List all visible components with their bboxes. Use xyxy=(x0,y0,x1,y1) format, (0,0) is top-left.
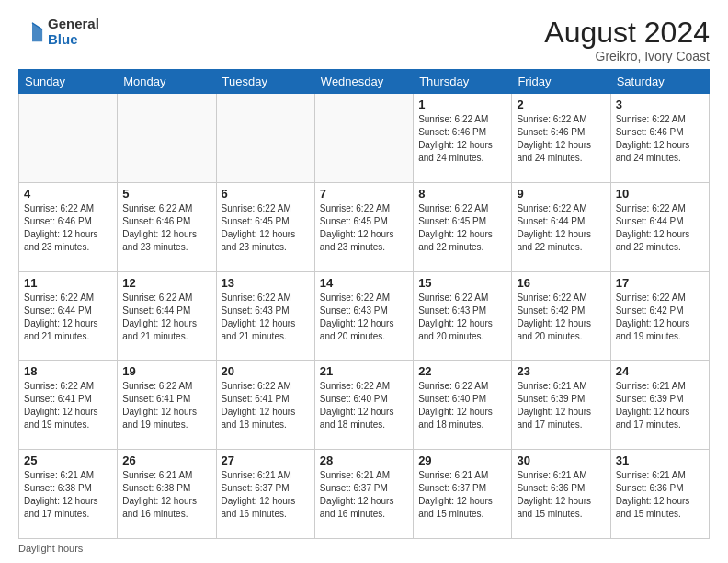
header: General Blue August 2024 Greikro, Ivory … xyxy=(18,17,710,63)
day-info: Sunrise: 6:22 AMSunset: 6:40 PMDaylight:… xyxy=(320,380,408,431)
day-number: 30 xyxy=(517,454,605,467)
calendar-cell: 4Sunrise: 6:22 AMSunset: 6:46 PMDaylight… xyxy=(19,182,118,271)
logo-general: General xyxy=(48,16,99,31)
calendar-cell: 20Sunrise: 6:22 AMSunset: 6:41 PMDayligh… xyxy=(216,361,314,450)
calendar-cell: 31Sunrise: 6:21 AMSunset: 6:36 PMDayligh… xyxy=(610,450,709,539)
day-info: Sunrise: 6:22 AMSunset: 6:42 PMDaylight:… xyxy=(616,292,704,343)
calendar-cell xyxy=(19,94,118,183)
day-number: 17 xyxy=(616,276,704,290)
calendar-cell: 7Sunrise: 6:22 AMSunset: 6:45 PMDaylight… xyxy=(314,182,413,271)
day-info: Sunrise: 6:22 AMSunset: 6:43 PMDaylight:… xyxy=(418,292,506,343)
day-info: Sunrise: 6:21 AMSunset: 6:38 PMDaylight:… xyxy=(122,469,210,521)
day-info: Sunrise: 6:22 AMSunset: 6:44 PMDaylight:… xyxy=(24,292,112,343)
day-info: Sunrise: 6:22 AMSunset: 6:45 PMDaylight:… xyxy=(418,202,506,254)
day-number: 31 xyxy=(616,454,704,467)
day-info: Sunrise: 6:22 AMSunset: 6:43 PMDaylight:… xyxy=(320,292,408,343)
calendar-cell: 17Sunrise: 6:22 AMSunset: 6:42 PMDayligh… xyxy=(610,271,709,361)
week-row-4: 18Sunrise: 6:22 AMSunset: 6:41 PMDayligh… xyxy=(19,361,710,450)
day-info: Sunrise: 6:22 AMSunset: 6:46 PMDaylight:… xyxy=(418,113,506,165)
calendar-cell: 9Sunrise: 6:22 AMSunset: 6:44 PMDaylight… xyxy=(512,182,610,271)
calendar-cell: 10Sunrise: 6:22 AMSunset: 6:44 PMDayligh… xyxy=(610,182,709,271)
day-number: 11 xyxy=(24,276,112,290)
calendar-cell: 22Sunrise: 6:22 AMSunset: 6:40 PMDayligh… xyxy=(414,361,512,450)
calendar-cell: 11Sunrise: 6:22 AMSunset: 6:44 PMDayligh… xyxy=(19,271,118,361)
footer: Daylight hours xyxy=(18,543,710,554)
day-info: Sunrise: 6:21 AMSunset: 6:36 PMDaylight:… xyxy=(616,469,704,521)
weekday-header-thursday: Thursday xyxy=(414,70,512,94)
day-info: Sunrise: 6:22 AMSunset: 6:45 PMDaylight:… xyxy=(320,202,408,254)
day-number: 18 xyxy=(24,364,112,378)
calendar-cell: 13Sunrise: 6:22 AMSunset: 6:43 PMDayligh… xyxy=(216,271,314,361)
day-number: 3 xyxy=(616,98,704,111)
svg-marker-2 xyxy=(20,22,32,41)
day-number: 6 xyxy=(222,187,310,201)
day-info: Sunrise: 6:21 AMSunset: 6:37 PMDaylight:… xyxy=(418,469,506,521)
weekday-header-friday: Friday xyxy=(512,70,610,94)
calendar-cell xyxy=(118,94,216,183)
weekday-header-saturday: Saturday xyxy=(610,70,709,94)
calendar-cell: 25Sunrise: 6:21 AMSunset: 6:38 PMDayligh… xyxy=(19,450,118,539)
daylight-label: Daylight hours xyxy=(18,543,83,554)
day-info: Sunrise: 6:22 AMSunset: 6:46 PMDaylight:… xyxy=(24,202,112,254)
day-info: Sunrise: 6:21 AMSunset: 6:39 PMDaylight:… xyxy=(616,380,704,431)
day-info: Sunrise: 6:22 AMSunset: 6:44 PMDaylight:… xyxy=(616,202,704,254)
logo-text: General Blue xyxy=(48,17,99,47)
week-row-2: 4Sunrise: 6:22 AMSunset: 6:46 PMDaylight… xyxy=(19,182,710,271)
calendar-cell: 27Sunrise: 6:21 AMSunset: 6:37 PMDayligh… xyxy=(216,450,314,539)
calendar-cell: 15Sunrise: 6:22 AMSunset: 6:43 PMDayligh… xyxy=(414,271,512,361)
weekday-header-wednesday: Wednesday xyxy=(314,70,413,94)
day-number: 28 xyxy=(320,454,408,467)
calendar-cell: 19Sunrise: 6:22 AMSunset: 6:41 PMDayligh… xyxy=(118,361,216,450)
day-info: Sunrise: 6:22 AMSunset: 6:41 PMDaylight:… xyxy=(222,380,310,431)
calendar: SundayMondayTuesdayWednesdayThursdayFrid… xyxy=(18,69,710,539)
calendar-cell: 18Sunrise: 6:22 AMSunset: 6:41 PMDayligh… xyxy=(19,361,118,450)
calendar-cell: 29Sunrise: 6:21 AMSunset: 6:37 PMDayligh… xyxy=(414,450,512,539)
logo: General Blue xyxy=(18,17,99,47)
calendar-cell: 16Sunrise: 6:22 AMSunset: 6:42 PMDayligh… xyxy=(512,271,610,361)
day-number: 5 xyxy=(122,187,210,201)
day-number: 14 xyxy=(320,276,408,290)
calendar-cell: 28Sunrise: 6:21 AMSunset: 6:37 PMDayligh… xyxy=(314,450,413,539)
day-info: Sunrise: 6:22 AMSunset: 6:41 PMDaylight:… xyxy=(24,380,112,431)
logo-icon xyxy=(18,19,44,45)
calendar-cell xyxy=(314,94,413,183)
day-info: Sunrise: 6:22 AMSunset: 6:45 PMDaylight:… xyxy=(222,202,310,254)
calendar-cell: 30Sunrise: 6:21 AMSunset: 6:36 PMDayligh… xyxy=(512,450,610,539)
day-info: Sunrise: 6:22 AMSunset: 6:44 PMDaylight:… xyxy=(517,202,605,254)
calendar-cell: 1Sunrise: 6:22 AMSunset: 6:46 PMDaylight… xyxy=(414,94,512,183)
calendar-cell: 3Sunrise: 6:22 AMSunset: 6:46 PMDaylight… xyxy=(610,94,709,183)
day-number: 12 xyxy=(122,276,210,290)
day-number: 27 xyxy=(222,454,310,467)
calendar-cell: 21Sunrise: 6:22 AMSunset: 6:40 PMDayligh… xyxy=(314,361,413,450)
day-info: Sunrise: 6:22 AMSunset: 6:43 PMDaylight:… xyxy=(222,292,310,343)
week-row-1: 1Sunrise: 6:22 AMSunset: 6:46 PMDaylight… xyxy=(19,94,710,183)
calendar-cell: 2Sunrise: 6:22 AMSunset: 6:46 PMDaylight… xyxy=(512,94,610,183)
day-number: 25 xyxy=(24,454,112,467)
day-number: 26 xyxy=(122,454,210,467)
day-number: 15 xyxy=(418,276,506,290)
day-info: Sunrise: 6:22 AMSunset: 6:40 PMDaylight:… xyxy=(418,380,506,431)
weekday-header-monday: Monday xyxy=(118,70,216,94)
day-number: 23 xyxy=(517,364,605,378)
day-info: Sunrise: 6:21 AMSunset: 6:36 PMDaylight:… xyxy=(517,469,605,521)
logo-blue: Blue xyxy=(48,31,78,47)
week-row-3: 11Sunrise: 6:22 AMSunset: 6:44 PMDayligh… xyxy=(19,271,710,361)
calendar-cell: 24Sunrise: 6:21 AMSunset: 6:39 PMDayligh… xyxy=(610,361,709,450)
page: General Blue August 2024 Greikro, Ivory … xyxy=(0,0,728,563)
day-info: Sunrise: 6:21 AMSunset: 6:39 PMDaylight:… xyxy=(517,380,605,431)
day-info: Sunrise: 6:21 AMSunset: 6:38 PMDaylight:… xyxy=(24,469,112,521)
day-number: 21 xyxy=(320,364,408,378)
calendar-cell: 12Sunrise: 6:22 AMSunset: 6:44 PMDayligh… xyxy=(118,271,216,361)
day-number: 16 xyxy=(517,276,605,290)
location-subtitle: Greikro, Ivory Coast xyxy=(544,49,710,63)
day-number: 24 xyxy=(616,364,704,378)
calendar-cell: 23Sunrise: 6:21 AMSunset: 6:39 PMDayligh… xyxy=(512,361,610,450)
day-info: Sunrise: 6:22 AMSunset: 6:46 PMDaylight:… xyxy=(122,202,210,254)
day-info: Sunrise: 6:22 AMSunset: 6:42 PMDaylight:… xyxy=(517,292,605,343)
calendar-cell: 14Sunrise: 6:22 AMSunset: 6:43 PMDayligh… xyxy=(314,271,413,361)
calendar-cell: 6Sunrise: 6:22 AMSunset: 6:45 PMDaylight… xyxy=(216,182,314,271)
day-number: 22 xyxy=(418,364,506,378)
calendar-cell xyxy=(216,94,314,183)
day-number: 2 xyxy=(517,98,605,111)
weekday-header-tuesday: Tuesday xyxy=(216,70,314,94)
